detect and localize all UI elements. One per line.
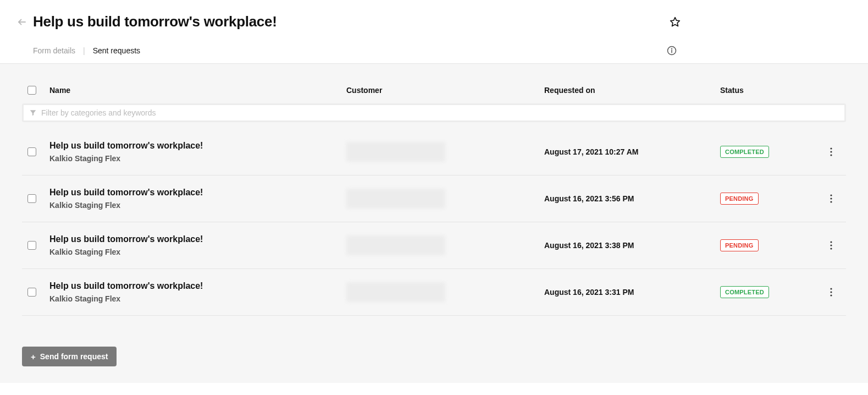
send-button-label: Send form request (40, 352, 108, 361)
svg-point-8 (830, 194, 832, 196)
row-name-cell: Help us build tomorrow's workplace!Kalki… (49, 141, 346, 163)
row-title[interactable]: Help us build tomorrow's workplace! (49, 281, 346, 291)
column-header-status[interactable]: Status (720, 86, 808, 95)
svg-point-9 (830, 198, 832, 199)
customer-redacted (346, 282, 445, 302)
status-badge: PENDING (720, 193, 759, 205)
table-row: Help us build tomorrow's workplace!Kalki… (22, 222, 846, 269)
row-checkbox[interactable] (27, 147, 36, 156)
row-customer-cell (346, 189, 544, 209)
row-name-cell: Help us build tomorrow's workplace!Kalki… (49, 281, 346, 303)
tab-separator: | (83, 46, 85, 55)
requests-table: Name Customer Requested on Status Help u… (22, 86, 846, 316)
status-badge: COMPLETED (720, 286, 769, 298)
more-icon[interactable] (826, 147, 836, 156)
row-requested-on-cell: August 16, 2021 3:31 PM (544, 288, 720, 297)
tab-form-details[interactable]: Form details (33, 46, 75, 55)
svg-point-16 (830, 294, 832, 296)
title-right (669, 16, 852, 28)
row-status-cell: PENDING (720, 193, 808, 205)
row-checkbox[interactable] (27, 288, 36, 297)
row-name-cell: Help us build tomorrow's workplace!Kalki… (49, 234, 346, 256)
table-header-row: Name Customer Requested on Status (22, 86, 846, 103)
more-icon[interactable] (826, 241, 836, 250)
row-customer-cell (346, 235, 544, 255)
table-row: Help us build tomorrow's workplace!Kalki… (22, 269, 846, 316)
svg-point-13 (830, 248, 832, 249)
customer-redacted (346, 189, 445, 209)
row-checkbox[interactable] (27, 241, 36, 250)
row-subtitle: Kalkio Staging Flex (49, 248, 346, 256)
row-title[interactable]: Help us build tomorrow's workplace! (49, 141, 346, 151)
row-requested-on-cell: August 16, 2021 3:38 PM (544, 241, 720, 250)
footer: + Send form request (22, 347, 846, 366)
content-area: Name Customer Requested on Status Help u… (0, 64, 868, 383)
customer-redacted (346, 235, 445, 255)
star-icon[interactable] (669, 16, 681, 28)
svg-point-11 (830, 241, 832, 243)
svg-point-12 (830, 244, 832, 246)
more-icon[interactable] (826, 288, 836, 297)
row-status-cell: COMPLETED (720, 146, 808, 158)
svg-point-7 (830, 154, 832, 156)
column-header-requested-on[interactable]: Requested on (544, 86, 720, 95)
tab-sent-requests[interactable]: Sent requests (93, 46, 140, 55)
page-header: Help us build tomorrow's workplace! Form… (0, 0, 868, 64)
svg-point-15 (830, 291, 832, 293)
row-status-cell: COMPLETED (720, 286, 808, 298)
row-customer-cell (346, 142, 544, 162)
row-subtitle: Kalkio Staging Flex (49, 201, 346, 210)
status-badge: PENDING (720, 239, 759, 251)
filter-input[interactable] (41, 108, 839, 117)
title-left: Help us build tomorrow's workplace! (16, 13, 277, 30)
row-name-cell: Help us build tomorrow's workplace!Kalki… (49, 188, 346, 210)
row-checkbox-cell (27, 241, 49, 250)
table-body: Help us build tomorrow's workplace!Kalki… (22, 129, 846, 316)
row-requested-on-cell: August 17, 2021 10:27 AM (544, 147, 720, 156)
info-icon[interactable] (667, 46, 677, 56)
tabs-right (667, 46, 852, 63)
row-customer-cell (346, 282, 544, 302)
row-status-cell: PENDING (720, 239, 808, 251)
row-checkbox[interactable] (27, 194, 36, 203)
row-actions-cell (808, 288, 836, 297)
row-actions-cell (808, 147, 836, 156)
row-checkbox-cell (27, 288, 49, 297)
select-all-checkbox[interactable] (27, 86, 36, 95)
table-row: Help us build tomorrow's workplace!Kalki… (22, 129, 846, 175)
row-actions-cell (808, 194, 836, 203)
svg-marker-1 (671, 17, 680, 26)
svg-point-4 (672, 48, 672, 49)
header-checkbox-cell (27, 86, 49, 95)
send-form-request-button[interactable]: + Send form request (22, 347, 117, 366)
svg-point-5 (830, 147, 832, 149)
filter-bar (22, 103, 846, 122)
plus-icon: + (31, 353, 36, 361)
filter-icon (29, 109, 37, 117)
requested-on-text: August 16, 2021 3:56 PM (544, 194, 634, 203)
row-actions-cell (808, 241, 836, 250)
more-icon[interactable] (826, 194, 836, 203)
tabs-row: Form details | Sent requests (16, 46, 852, 63)
requested-on-text: August 17, 2021 10:27 AM (544, 147, 638, 156)
row-requested-on-cell: August 16, 2021 3:56 PM (544, 194, 720, 203)
customer-redacted (346, 142, 445, 162)
title-row: Help us build tomorrow's workplace! (16, 13, 852, 30)
svg-point-6 (830, 151, 832, 152)
row-title[interactable]: Help us build tomorrow's workplace! (49, 234, 346, 244)
back-arrow-icon[interactable] (16, 17, 27, 28)
status-badge: COMPLETED (720, 146, 769, 158)
page-title: Help us build tomorrow's workplace! (33, 13, 277, 30)
column-header-customer[interactable]: Customer (346, 86, 544, 95)
row-checkbox-cell (27, 194, 49, 203)
row-subtitle: Kalkio Staging Flex (49, 294, 346, 303)
row-subtitle: Kalkio Staging Flex (49, 154, 346, 163)
row-checkbox-cell (27, 147, 49, 156)
tabs: Form details | Sent requests (16, 46, 140, 63)
requested-on-text: August 16, 2021 3:31 PM (544, 288, 634, 297)
table-row: Help us build tomorrow's workplace!Kalki… (22, 175, 846, 222)
column-header-name[interactable]: Name (49, 86, 346, 95)
svg-point-14 (830, 288, 832, 289)
requested-on-text: August 16, 2021 3:38 PM (544, 241, 634, 250)
row-title[interactable]: Help us build tomorrow's workplace! (49, 188, 346, 198)
